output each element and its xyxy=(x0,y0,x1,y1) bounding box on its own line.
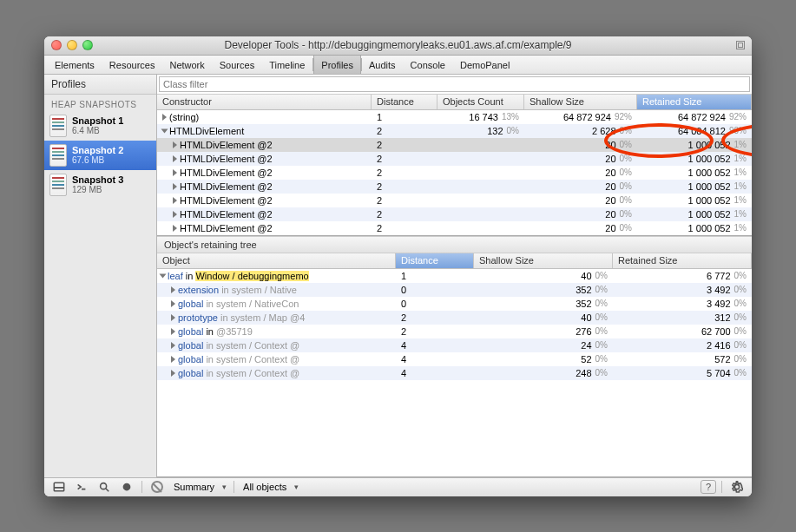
sidebar-title: Profiles xyxy=(44,75,156,95)
tab-console[interactable]: Console xyxy=(404,56,453,74)
table-row[interactable]: global in system / Context @ 4 240% 2 41… xyxy=(157,338,752,352)
table-row[interactable]: extension in system / Native 0 3520% 3 4… xyxy=(157,283,752,297)
constructor-name: HTMLDivElement xyxy=(169,126,244,136)
dock-icon[interactable] xyxy=(49,479,69,495)
divider xyxy=(234,481,234,493)
help-button[interactable]: ? xyxy=(701,480,716,494)
view-mode-select[interactable]: Summary xyxy=(170,482,228,492)
table-row[interactable]: HTMLDivElement @2 2 200% 1 000 0521% xyxy=(157,138,752,152)
snapshot-icon xyxy=(49,115,67,137)
expand-icon[interactable] xyxy=(173,225,177,232)
expand-icon[interactable] xyxy=(173,155,177,162)
zoom-window-button[interactable] xyxy=(82,40,93,50)
table-row[interactable]: HTMLDivElement @2 2 200% 1 000 0521% xyxy=(157,152,752,166)
table-row[interactable]: HTMLDivElement @2 2 200% 1 000 0521% xyxy=(157,207,752,221)
table-row[interactable]: prototype in system / Map @4 2 400% 3120… xyxy=(157,311,752,325)
col-shallow-size[interactable]: Shallow Size xyxy=(524,95,637,109)
titlebar: Developer Tools - http://debuggingmemory… xyxy=(44,36,752,56)
svg-line-4 xyxy=(106,489,109,492)
table-row[interactable]: leaf in Window / debuggingmemo 1 400% 6 … xyxy=(157,269,752,283)
clear-icon[interactable] xyxy=(148,479,167,495)
table-row[interactable]: HTMLDivElement @2 2 200% 1 000 0521% xyxy=(157,166,752,180)
expand-icon[interactable] xyxy=(171,342,175,349)
snapshot-item[interactable]: Snapshot 1 6.4 MB xyxy=(44,111,156,141)
expand-icon[interactable] xyxy=(171,300,175,307)
class-filter-input[interactable] xyxy=(159,76,750,92)
table-row[interactable]: HTMLDivElement @2 2 200% 1 000 0521% xyxy=(157,194,752,207)
tab-resources[interactable]: Resources xyxy=(102,56,163,74)
divider xyxy=(721,481,722,493)
col-retained-size[interactable]: Retained Size xyxy=(613,253,752,268)
close-window-button[interactable] xyxy=(51,40,62,50)
snapshot-item[interactable]: Snapshot 3 129 MB xyxy=(44,170,156,200)
col-constructor[interactable]: Constructor xyxy=(157,95,372,109)
table-row[interactable]: HTMLDivElement @2 2 200% 1 000 0521% xyxy=(157,221,752,235)
object-path: global in @35719 xyxy=(178,326,253,337)
console-icon[interactable] xyxy=(72,479,91,495)
expand-icon[interactable] xyxy=(160,273,167,278)
tab-timeline[interactable]: Timeline xyxy=(262,56,312,74)
sidebar-section-label: HEAP SNAPSHOTS xyxy=(44,95,156,111)
constructors-grid: Constructor Distance Objects Count Shall… xyxy=(157,95,752,236)
col-distance[interactable]: Distance xyxy=(372,95,437,109)
tab-demopanel[interactable]: DemoPanel xyxy=(453,56,517,74)
table-row[interactable]: global in system / Context @ 4 520% 5720… xyxy=(157,352,752,366)
expand-icon[interactable] xyxy=(173,211,177,218)
expand-icon[interactable] xyxy=(162,114,167,121)
col-shallow-size[interactable]: Shallow Size xyxy=(474,253,613,268)
expand-icon[interactable] xyxy=(171,286,175,293)
search-icon[interactable] xyxy=(95,479,114,495)
table-row[interactable]: global in system / NativeCon 0 3520% 3 4… xyxy=(157,297,752,311)
snapshot-size: 6.4 MB xyxy=(72,126,123,135)
table-row[interactable]: (string) 1 16 74313% 64 872 92492% 64 87… xyxy=(157,110,752,124)
tab-audits[interactable]: Audits xyxy=(362,56,404,74)
expand-icon[interactable] xyxy=(171,328,175,335)
col-object[interactable]: Object xyxy=(157,253,396,268)
statusbar: Summary All objects ? xyxy=(44,477,752,496)
minimize-window-button[interactable] xyxy=(67,40,77,50)
table-row[interactable]: global in @35719 2 2760% 62 7000% xyxy=(157,325,752,338)
window-title: Developer Tools - http://debuggingmemory… xyxy=(44,39,752,51)
tab-profiles[interactable]: Profiles xyxy=(313,56,361,74)
record-icon[interactable] xyxy=(117,479,136,495)
fullscreen-icon[interactable] xyxy=(736,41,745,49)
expand-icon[interactable] xyxy=(173,169,177,176)
col-retained-size[interactable]: Retained Size xyxy=(637,95,752,109)
expand-icon[interactable] xyxy=(173,197,177,204)
tab-network[interactable]: Network xyxy=(162,56,212,74)
col-objects-count[interactable]: Objects Count xyxy=(437,95,524,109)
divider xyxy=(141,481,142,493)
expand-icon[interactable] xyxy=(171,356,175,363)
table-row[interactable]: HTMLDivElement 2 1320% 2 6280% 64 004 81… xyxy=(157,124,752,138)
table-row[interactable]: global in system / Context @ 4 2480% 5 7… xyxy=(157,366,752,380)
tab-sources[interactable]: Sources xyxy=(213,56,262,74)
object-path: global in system / Context @ xyxy=(178,368,299,378)
snapshot-item[interactable]: Snapshot 2 67.6 MB xyxy=(44,141,156,170)
objects-filter-select[interactable]: All objects xyxy=(240,482,300,492)
table-row[interactable]: HTMLDivElement @2 2 200% 1 000 0521% xyxy=(157,180,752,194)
devtools-window: Developer Tools - http://debuggingmemory… xyxy=(44,36,752,496)
constructor-name: HTMLDivElement @2 xyxy=(180,223,273,233)
object-path: global in system / NativeCon xyxy=(178,299,299,309)
main-content: Constructor Distance Objects Count Shall… xyxy=(157,75,752,477)
snapshot-size: 129 MB xyxy=(72,185,123,194)
svg-point-5 xyxy=(123,483,131,491)
expand-icon[interactable] xyxy=(173,183,177,190)
constructor-name: HTMLDivElement @2 xyxy=(180,167,273,178)
snapshot-name: Snapshot 3 xyxy=(72,174,123,185)
snapshot-size: 67.6 MB xyxy=(72,155,123,165)
object-path: global in system / Context @ xyxy=(178,340,299,351)
expand-icon[interactable] xyxy=(171,314,175,321)
snapshot-name: Snapshot 1 xyxy=(72,115,123,126)
expand-icon[interactable] xyxy=(161,128,168,133)
col-distance[interactable]: Distance xyxy=(396,253,474,268)
object-path: extension in system / Native xyxy=(178,285,297,295)
ret-grid-header: Object Distance Shallow Size Retained Si… xyxy=(157,253,752,269)
tab-elements[interactable]: Elements xyxy=(48,56,102,74)
settings-gear-icon[interactable] xyxy=(727,479,747,495)
snapshot-icon xyxy=(49,144,67,167)
constructor-name: HTMLDivElement @2 xyxy=(180,181,273,192)
expand-icon[interactable] xyxy=(173,141,177,148)
expand-icon[interactable] xyxy=(171,370,175,377)
snapshot-name: Snapshot 2 xyxy=(72,145,123,155)
